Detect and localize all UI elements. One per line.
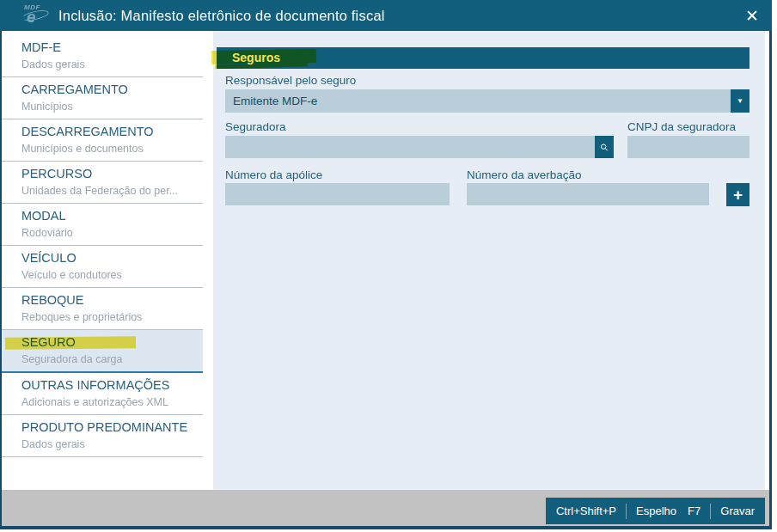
cnpj-seguradora-input[interactable] — [627, 136, 749, 158]
sidebar-item-mdfe[interactable]: MDF-E Dados gerais — [2, 35, 203, 77]
button-divider — [626, 504, 627, 519]
responsavel-label: Responsável pelo seguro — [225, 74, 356, 87]
title-bar: MDF e Inclusão: Manifesto eletrônico de … — [0, 0, 772, 31]
espelho-shortcut: Ctrl+Shift+P — [556, 504, 616, 517]
numero-averbacao-label: Número da averbação — [467, 168, 582, 181]
sidebar-item-descarregamento[interactable]: DESCARREGAMENTO Municípios e documentos — [2, 119, 203, 162]
sidebar-item-modal[interactable]: MODAL Rodoviário — [2, 204, 203, 246]
sidebar: MDF-E Dados gerais CARREGAMENTO Municípi… — [2, 35, 203, 457]
window-title: Inclusão: Manifesto eletrônico de docume… — [58, 8, 385, 24]
sidebar-item-carregamento[interactable]: CARREGAMENTO Municípios — [2, 77, 203, 119]
search-icon — [600, 142, 609, 153]
numero-averbacao-input[interactable] — [467, 183, 709, 205]
sidebar-item-percurso[interactable]: PERCURSO Unidades da Federação do per... — [2, 162, 203, 204]
close-icon[interactable]: ✕ — [741, 4, 763, 27]
gravar-label: Gravar — [720, 504, 755, 517]
espelho-label: Espelho — [636, 504, 676, 517]
gravar-button[interactable]: F7 Gravar — [677, 498, 765, 524]
responsavel-select[interactable]: Emitente MDF-e ▼ — [225, 89, 749, 113]
espelho-button[interactable]: Ctrl+Shift+P Espelho — [546, 498, 687, 524]
numero-apolice-input[interactable] — [225, 183, 450, 205]
responsavel-selected-value: Emitente MDF-e — [225, 89, 749, 113]
sidebar-item-reboque[interactable]: REBOQUE Reboques e proprietários — [2, 288, 203, 330]
add-seguro-button[interactable]: + — [726, 183, 749, 206]
chevron-down-icon[interactable]: ▼ — [731, 89, 749, 113]
cnpj-seguradora-label: CNPJ da seguradora — [627, 120, 736, 133]
seguradora-label: Seguradora — [225, 120, 286, 133]
seguradora-input[interactable] — [225, 136, 595, 158]
button-divider — [710, 504, 711, 519]
numero-apolice-label: Número da apólice — [225, 168, 322, 181]
sidebar-item-produto-predominante[interactable]: PRODUTO PREDOMINANTE Dados gerais — [2, 415, 203, 457]
sidebar-item-seguro[interactable]: SEGURO Seguradora da carga — [2, 330, 203, 373]
seguradora-search-button[interactable] — [595, 136, 614, 158]
mdfe-logo-icon: MDF e — [21, 3, 50, 28]
sidebar-item-outras-informacoes[interactable]: OUTRAS INFORMAÇÕES Adicionais e autoriza… — [2, 373, 203, 415]
window-body: MDF-E Dados gerais CARREGAMENTO Municípi… — [0, 31, 772, 529]
seguros-panel: Seguros Responsável pelo seguro Emitente… — [213, 31, 765, 490]
section-header-seguros: Seguros — [217, 47, 749, 69]
gravar-shortcut: F7 — [688, 504, 701, 517]
mdfe-inclusion-window: MDF e Inclusão: Manifesto eletrônico de … — [0, 0, 772, 529]
footer-bar: Ctrl+Shift+P Espelho F7 Gravar — [2, 490, 769, 526]
sidebar-item-veiculo[interactable]: VEÍCULO Veículo e condutores — [2, 246, 203, 288]
